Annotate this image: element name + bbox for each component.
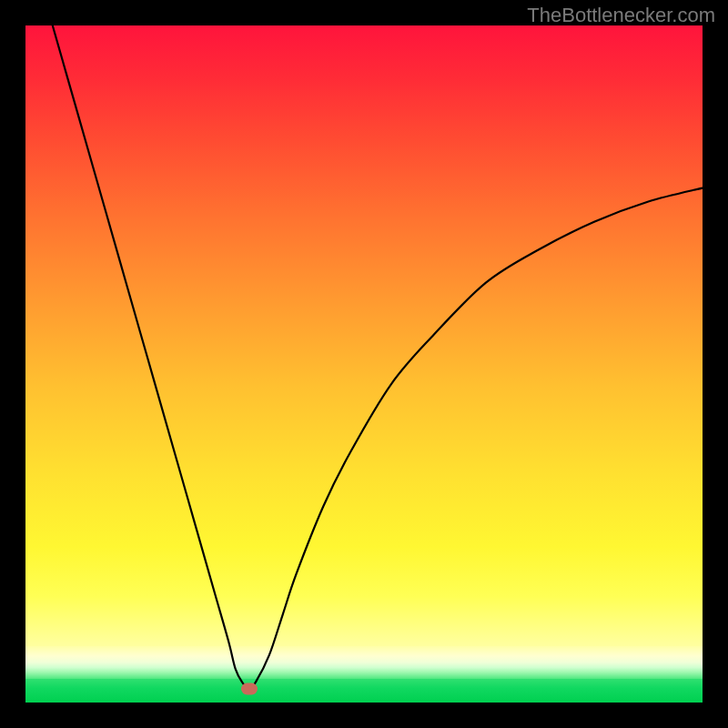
chart-curve-svg <box>25 25 703 703</box>
chart-plot-area <box>25 25 703 703</box>
watermark-text: TheBottlenecker.com <box>527 4 715 27</box>
bottleneck-curve <box>53 25 703 689</box>
optimal-point-marker <box>241 683 258 695</box>
